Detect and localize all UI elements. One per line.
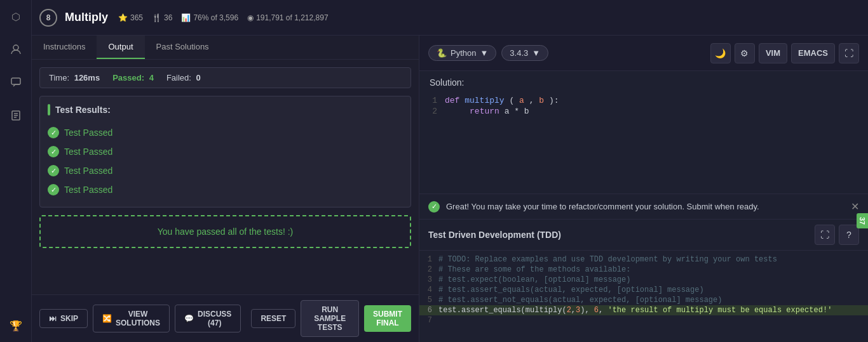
test-item-4: ✓ Test Passed [48,180,403,199]
submit-button[interactable]: SUBMIT FINAL [364,305,411,332]
editor-toolbar: 🌙 ⚙ VIM EMACS ⛶ [710,43,859,63]
sidebar-icon-docs[interactable] [6,105,26,126]
success-message-text: Great! You may take your time to refacto… [446,202,844,211]
tdd-title: Test Driven Development (TDD) [428,230,561,240]
sidebar-icon-trophy[interactable]: 🏆 [6,315,26,336]
code-section: Solution: 1 def multiply ( a , b ): [419,71,868,194]
success-message-bar: ✓ Great! You may take your time to refac… [419,194,868,220]
check-icon-3: ✓ [48,165,59,176]
failed-stat: Failed: 0 [166,73,201,82]
passed-stat: Passed: 4 [112,73,154,82]
vim-button[interactable]: VIM [759,43,787,63]
page-header: 8 Multiply ⭐ 365 🍴 36 📊 76% of 3,596 ◉ 1… [32,0,868,36]
tdd-section: Test Driven Development (TDD) ⛶ ? 1 # TO… [419,220,868,342]
kata-total-completions: ◉ 191,791 of 1,212,897 [247,13,328,22]
success-check-icon: ✓ [428,201,440,213]
right-panel: 🐍 Python ▼ 3.4.3 ▼ 🌙 ⚙ VIM EMACS ⛶ [419,36,868,342]
discuss-button[interactable]: 💬 DISCUSS (47) [175,305,241,332]
sidebar-icon-chat[interactable] [6,72,26,93]
kata-completion: 📊 76% of 3,596 [181,13,238,22]
test-item-3: ✓ Test Passed [48,161,403,180]
code-line-1: 1 def multiply ( a , b ): [419,95,868,106]
test-results-section: Test Results: ✓ Test Passed ✓ Test Passe… [39,96,411,207]
test-item-1: ✓ Test Passed [48,123,403,142]
tdd-help-button[interactable]: ? [839,225,859,245]
close-success-button[interactable]: ✕ [851,201,859,213]
tdd-icons: ⛶ ? [815,225,859,245]
emacs-button[interactable]: EMACS [791,43,835,63]
reset-button[interactable]: RESET [251,309,295,328]
tab-past-solutions[interactable]: Past Solutions [145,36,220,59]
version-pill[interactable]: 3.4.3 ▼ [501,45,548,61]
kata-rank-badge: 8 [39,9,57,27]
skip-button[interactable]: ⏭ SKIP [39,309,88,328]
bottom-toolbar: ⏭ SKIP 🔀 VIEW SOLUTIONS 💬 DISCUSS (47) R… [32,294,419,342]
code-editor[interactable]: 1 def multiply ( a , b ): [419,90,868,194]
tabs: Instructions Output Past Solutions [32,36,419,60]
completions-icon: ◉ [247,13,254,22]
python-icon: 🐍 [437,48,447,58]
solutions-icon: 🔀 [102,314,112,323]
kata-user: ⭐ 365 [118,13,143,22]
tdd-line-7: 7 [419,315,868,326]
language-selector: 🐍 Python ▼ 3.4.3 ▼ [428,45,548,61]
dark-mode-button[interactable]: 🌙 [710,43,731,63]
stats-bar: Time: 126ms Passed: 4 Failed: 0 [39,67,411,88]
tdd-fullscreen-button[interactable]: ⛶ [815,225,835,245]
check-icon-1: ✓ [48,127,59,138]
fullscreen-button[interactable]: ⛶ [839,43,859,63]
tdd-line-1: 1 # TODO: Replace examples and use TDD d… [419,254,868,265]
tab-output[interactable]: Output [97,36,144,59]
time-stat: Time: 126ms [49,73,100,82]
discuss-icon: 💬 [184,314,194,323]
kata-title: Multiply [65,11,108,24]
sidebar-icon-profile[interactable] [6,39,26,60]
tdd-line-4: 4 # test.assert_equals(actual, expected,… [419,285,868,295]
svg-point-0 [13,45,18,50]
fork-icon: 🍴 [152,13,161,22]
version-chevron-icon: ▼ [532,48,540,58]
kata-meta: ⭐ 365 🍴 36 📊 76% of 3,596 ◉ 191,791 of 1… [118,13,329,22]
settings-button[interactable]: ⚙ [735,43,755,63]
right-panel-header: 🐍 Python ▼ 3.4.3 ▼ 🌙 ⚙ VIM EMACS ⛶ [419,36,868,71]
tdd-code-editor[interactable]: 1 # TODO: Replace examples and use TDD d… [419,251,868,342]
lang-chevron-icon: ▼ [480,48,488,58]
output-panel: Time: 126ms Passed: 4 Failed: 0 [32,60,419,294]
test-item-2: ✓ Test Passed [48,142,403,161]
tdd-line-6: 6 test.assert_equals(multiply(2,3), 6, '… [419,305,868,315]
tdd-header: Test Driven Development (TDD) ⛶ ? [419,220,868,251]
check-icon-2: ✓ [48,146,59,157]
tdd-line-5: 5 # test.assert_not_equals(actual, expec… [419,295,868,305]
view-solutions-button[interactable]: 🔀 VIEW SOLUTIONS [93,305,170,332]
tab-instructions[interactable]: Instructions [32,36,97,59]
success-box: You have passed all of the tests! :) [39,215,411,248]
right-edge-pill[interactable]: 37 [857,213,868,228]
solution-label: Solution: [419,71,868,90]
kata-forks: 🍴 36 [152,13,172,22]
tdd-line-2: 2 # These are some of the methods availa… [419,265,868,275]
tdd-line-3: 3 # test.expect(boolean, [optional] mess… [419,275,868,285]
sidebar-icon-kata[interactable]: ⬡ [6,6,26,27]
language-pill[interactable]: 🐍 Python ▼ [428,45,496,61]
content-area: Instructions Output Past Solutions Time:… [32,36,868,342]
title-accent-bar [48,104,50,115]
percent-icon: 📊 [181,13,191,22]
left-panel: Instructions Output Past Solutions Time:… [32,36,419,342]
test-results-title: Test Results: [48,104,403,115]
run-tests-button[interactable]: RUN SAMPLE TESTS [301,300,359,337]
check-icon-4: ✓ [48,184,59,195]
skip-icon: ⏭ [49,314,57,323]
main-content: 8 Multiply ⭐ 365 🍴 36 📊 76% of 3,596 ◉ 1… [32,0,868,342]
svg-rect-1 [11,78,20,84]
code-line-2: 2 return a * b [419,106,868,117]
sidebar: ⬡ 🏆 [0,0,32,342]
star-icon: ⭐ [118,13,128,22]
